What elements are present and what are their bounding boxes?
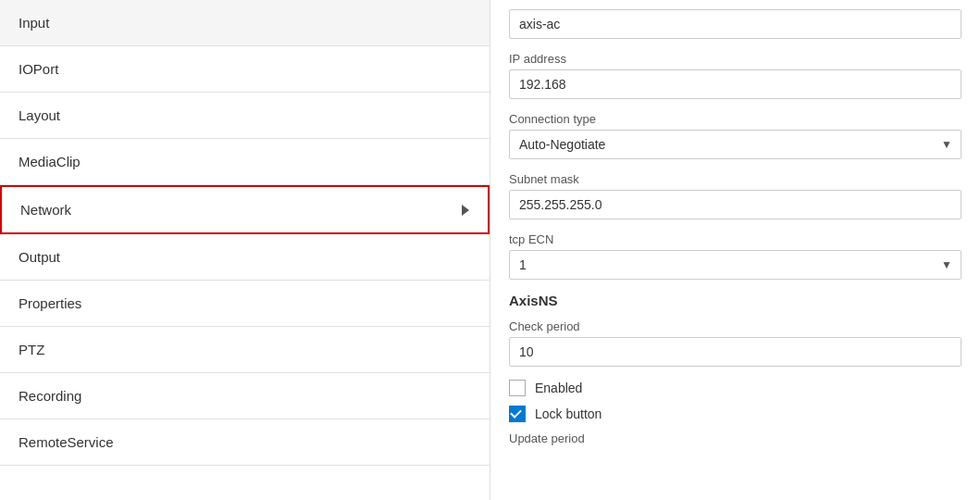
hostname-field <box>509 9 961 39</box>
sidebar-item-output[interactable]: Output <box>0 234 490 281</box>
subnet-mask-field: Subnet mask <box>509 172 961 219</box>
subnet-mask-input[interactable] <box>509 190 961 219</box>
sidebar-item-label-output: Output <box>19 249 60 265</box>
sidebar-item-label-remoteservice: RemoteService <box>19 434 114 450</box>
connection-type-wrapper: Auto-Negotiate10 Mbps Half10 Mbps Full10… <box>509 130 961 159</box>
sidebar-item-network[interactable]: Network <box>0 185 490 234</box>
sidebar-item-input[interactable]: Input <box>0 0 490 46</box>
sidebar-item-properties[interactable]: Properties <box>0 281 490 327</box>
tcp-ecn-wrapper: 10 ▼ <box>509 250 961 280</box>
sidebar-item-label-layout: Layout <box>19 107 60 123</box>
connection-type-label: Connection type <box>509 112 961 126</box>
lock-button-label: Lock button <box>535 406 602 421</box>
subnet-mask-label: Subnet mask <box>509 172 961 186</box>
hostname-input[interactable] <box>509 9 961 39</box>
ip-address-input[interactable] <box>509 69 961 99</box>
chevron-right-icon <box>462 205 469 216</box>
enabled-checkbox[interactable] <box>509 380 526 396</box>
sidebar-item-label-ioport: IOPort <box>19 61 58 77</box>
tcp-ecn-label: tcp ECN <box>509 232 961 246</box>
sidebar-item-recording[interactable]: Recording <box>0 373 490 419</box>
lock-button-row: Lock button <box>509 406 961 422</box>
sidebar-item-label-input: Input <box>19 15 49 31</box>
sidebar-item-layout[interactable]: Layout <box>0 93 490 139</box>
lock-button-checkbox[interactable] <box>509 406 526 422</box>
sidebar-item-remoteservice[interactable]: RemoteService <box>0 419 490 466</box>
sidebar-item-label-mediaclip: MediaClip <box>19 154 81 169</box>
sidebar: InputIOPortLayoutMediaClipNetworkOutputP… <box>0 0 490 500</box>
connection-type-field: Connection type Auto-Negotiate10 Mbps Ha… <box>509 112 961 159</box>
ip-address-field: IP address <box>509 52 961 99</box>
sidebar-item-label-properties: Properties <box>19 295 81 311</box>
sidebar-item-label-ptz: PTZ <box>19 342 44 357</box>
enabled-label: Enabled <box>535 381 582 395</box>
enabled-row: Enabled <box>509 380 961 396</box>
sidebar-item-ptz[interactable]: PTZ <box>0 327 490 373</box>
tcp-ecn-select[interactable]: 10 <box>509 250 961 280</box>
sidebar-item-label-recording: Recording <box>19 388 81 404</box>
tcp-ecn-field: tcp ECN 10 ▼ <box>509 232 961 280</box>
connection-type-select[interactable]: Auto-Negotiate10 Mbps Half10 Mbps Full10… <box>509 130 961 159</box>
check-period-field: Check period <box>509 319 961 367</box>
content-panel: IP address Connection type Auto-Negotiat… <box>490 0 980 500</box>
check-period-input[interactable] <box>509 337 961 367</box>
update-period-label: Update period <box>509 431 961 445</box>
axisns-section-title: AxisNS <box>509 293 961 308</box>
sidebar-item-ioport[interactable]: IOPort <box>0 46 490 93</box>
sidebar-item-label-network: Network <box>20 202 71 218</box>
ip-address-label: IP address <box>509 52 961 66</box>
sidebar-item-mediaclip[interactable]: MediaClip <box>0 139 490 185</box>
check-period-label: Check period <box>509 319 961 333</box>
